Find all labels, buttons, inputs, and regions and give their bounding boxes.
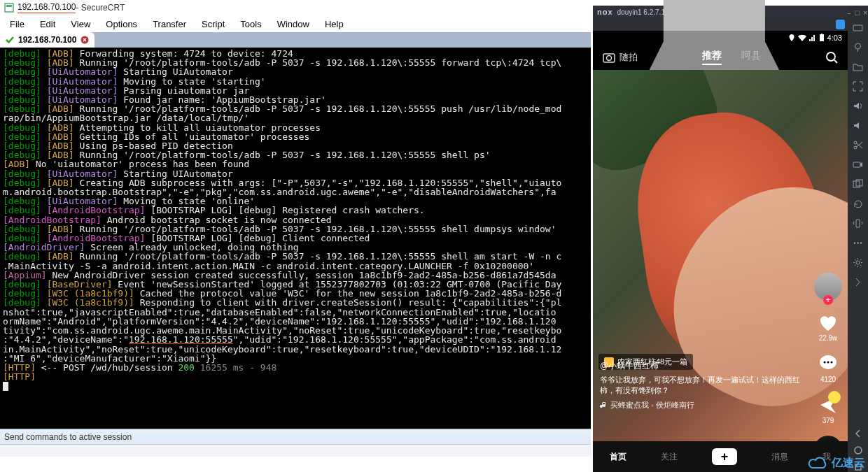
title-host: 192.168.70.100 xyxy=(18,2,76,13)
tab-label: 192.168.70.100 xyxy=(18,35,76,45)
svg-rect-13 xyxy=(853,25,862,31)
menu-help[interactable]: Help xyxy=(318,17,351,31)
svg-point-12 xyxy=(831,362,833,364)
nav-plus-button[interactable]: + xyxy=(712,448,737,465)
menu-options[interactable]: Options xyxy=(99,17,144,31)
search-icon[interactable] xyxy=(825,51,838,64)
emulator-sidebar: – □ × xyxy=(848,6,868,472)
session-tab[interactable]: 192.168.70.100 xyxy=(0,32,94,48)
send-command-bar[interactable]: Send commands to active session xyxy=(0,429,591,444)
svg-point-24 xyxy=(860,242,862,243)
blue-app-icon[interactable] xyxy=(836,20,845,29)
close-tab-icon[interactable] xyxy=(80,36,89,44)
caption-text: 爷爷让我放弃，可我不想放弃！再发一遍试试！这样的西红柿，有没有馋到你？ xyxy=(600,375,806,396)
yellow-bubble[interactable] xyxy=(828,391,841,403)
volume-up-icon[interactable] xyxy=(850,98,866,113)
svg-rect-4 xyxy=(821,34,822,34)
max-icon[interactable]: □ xyxy=(855,8,861,15)
song-info[interactable]: 买蜂蜜点我 - 侯炬峰南行 xyxy=(600,400,806,410)
shake-icon[interactable] xyxy=(850,215,866,231)
tab-hexian[interactable]: 呵县 xyxy=(741,50,761,65)
folder-icon[interactable] xyxy=(850,59,866,74)
menu-edit[interactable]: Edit xyxy=(33,17,62,31)
check-icon xyxy=(6,36,14,44)
fullscreen-icon[interactable] xyxy=(850,78,866,94)
signal-icon xyxy=(809,34,816,41)
back-softkey[interactable] xyxy=(853,429,863,438)
device-screen: nox douyin1 6.2.7.1 Android 4 4:03 随拍 xyxy=(593,6,848,472)
svg-point-22 xyxy=(854,242,855,243)
nav-msg[interactable]: 消息 xyxy=(771,451,788,463)
clock: 4:03 xyxy=(827,34,842,42)
music-disc[interactable] xyxy=(814,436,842,441)
video-caption: @小蜗牛西红柿 爷爷让我放弃，可我不想放弃！再发一遍试试！这样的西红柿，有没有馋… xyxy=(600,360,806,410)
send-command-placeholder: Send commands to active session xyxy=(4,432,132,442)
svg-rect-0 xyxy=(5,3,13,12)
statusbar xyxy=(0,444,591,457)
terminal-output[interactable]: [debug] [ADB] Forwarding system: 4724 to… xyxy=(0,48,591,429)
svg-point-14 xyxy=(855,43,861,49)
keyboard-icon[interactable] xyxy=(850,20,866,35)
battery-icon xyxy=(819,34,825,42)
like-button[interactable]: 22.9w xyxy=(818,312,839,342)
watermark: 亿速云 xyxy=(808,456,865,471)
song-text: 买蜂蜜点我 - 侯炬峰南行 xyxy=(610,400,694,410)
location2-icon[interactable] xyxy=(850,39,866,55)
wifi-icon xyxy=(798,34,806,41)
video-area[interactable]: + 22.9w 4120 379 农家西红柿48元一箱 xyxy=(593,70,848,441)
comment-button[interactable]: 4120 xyxy=(818,353,839,383)
tab-tuijian[interactable]: 推荐 xyxy=(702,50,722,65)
svg-rect-1 xyxy=(6,5,12,7)
settings-icon[interactable] xyxy=(850,255,866,270)
nav-follow[interactable]: 关注 xyxy=(661,451,678,463)
comment-count: 4120 xyxy=(820,376,836,383)
svg-point-25 xyxy=(856,261,860,264)
tab-suipai[interactable]: 随拍 xyxy=(620,51,638,64)
menu-script[interactable]: Script xyxy=(195,17,232,31)
svg-point-10 xyxy=(824,362,826,364)
record-icon[interactable] xyxy=(850,157,866,172)
douyin-top-tabs: 随拍 推荐 呵县 xyxy=(593,45,848,70)
emulator-toolbar xyxy=(593,18,848,31)
menu-file[interactable]: File xyxy=(3,17,31,31)
svg-line-8 xyxy=(834,60,837,63)
rotate-icon[interactable] xyxy=(850,196,866,211)
menu-tools[interactable]: Tools xyxy=(233,17,268,31)
window-titlebar[interactable]: 192.168.70.100 - SecureCRT xyxy=(0,0,591,15)
author-avatar[interactable]: + xyxy=(814,273,842,301)
like-count: 22.9w xyxy=(819,334,838,342)
app-icon xyxy=(4,3,14,13)
home-softkey[interactable] xyxy=(853,445,863,455)
multi-window-icon[interactable] xyxy=(850,176,866,192)
menu-view[interactable]: View xyxy=(64,17,97,31)
camera-icon[interactable] xyxy=(603,52,615,63)
share-count: 379 xyxy=(822,417,834,424)
menu-transfer[interactable]: Transfer xyxy=(146,17,193,31)
nav-home[interactable]: 首页 xyxy=(610,451,626,463)
svg-point-23 xyxy=(857,242,858,243)
music-note-icon xyxy=(600,401,608,409)
comment-icon xyxy=(818,353,839,374)
menubar: File Edit View Options Transfer Script T… xyxy=(0,15,591,32)
close-icon[interactable]: × xyxy=(863,8,868,15)
securecrt-window: 192.168.70.100 - SecureCRT File Edit Vie… xyxy=(0,0,591,472)
author-name[interactable]: @小蜗牛西红柿 xyxy=(600,360,806,372)
chevrons-icon[interactable] xyxy=(850,274,866,289)
svg-point-11 xyxy=(827,362,830,364)
scissors-icon[interactable] xyxy=(850,137,866,152)
location-icon xyxy=(788,34,795,41)
window-controls: – □ × xyxy=(846,7,868,15)
nox-emulator: nox douyin1 6.2.7.1 Android 4 4:03 随拍 xyxy=(593,6,868,472)
svg-rect-18 xyxy=(853,162,860,167)
more-icon[interactable] xyxy=(850,235,866,250)
tabbar: 192.168.70.100 xyxy=(0,32,591,48)
svg-point-26 xyxy=(855,447,862,454)
svg-point-6 xyxy=(607,56,612,61)
volume-down-icon[interactable] xyxy=(850,117,866,133)
android-statusbar: 4:03 xyxy=(593,31,848,45)
title-app: - SecureCRT xyxy=(76,3,125,13)
svg-point-7 xyxy=(827,52,835,61)
menu-window[interactable]: Window xyxy=(270,17,316,31)
svg-rect-21 xyxy=(856,220,860,227)
follow-plus-icon[interactable]: + xyxy=(823,295,833,305)
